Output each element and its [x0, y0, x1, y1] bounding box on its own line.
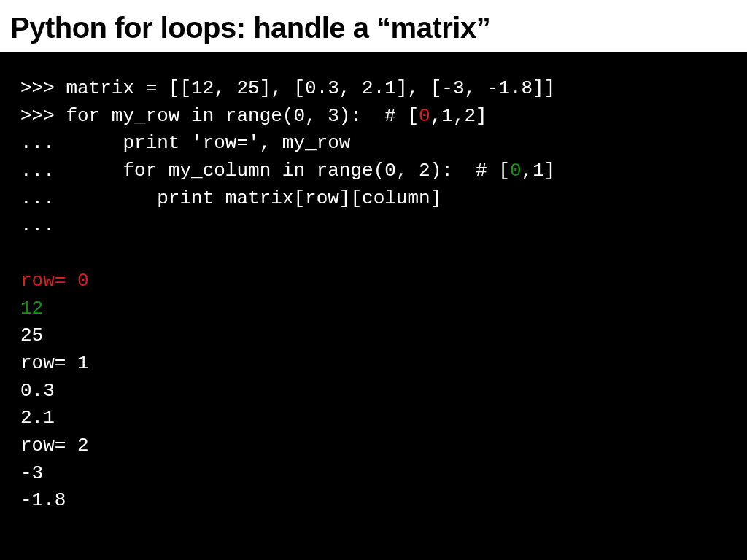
output-line: row= 0	[20, 270, 89, 292]
output-line: -1.8	[20, 489, 66, 511]
code-line: >>> for my_row in range(0, 3): # [0,1,2]	[20, 105, 487, 127]
output-line: 12	[20, 298, 43, 319]
code-line: ... print matrix[row][column]	[20, 187, 441, 209]
output-line: 25	[20, 324, 43, 346]
code-line: ... print 'row=', my_row	[20, 132, 350, 154]
highlight-red: 0	[419, 105, 430, 127]
output-line: 0.3	[20, 380, 55, 402]
code-text: ,1,2]	[430, 105, 487, 127]
output-line: row= 1	[20, 352, 89, 374]
code-text: ... for my_column in range(0, 2): # [	[20, 160, 510, 182]
title-bar: Python for loops: handle a “matrix”	[0, 0, 747, 52]
code-line: ...	[20, 214, 55, 236]
code-text: ,1]	[522, 160, 556, 182]
slide: Python for loops: handle a “matrix” >>> …	[0, 0, 747, 560]
code-text: >>> for my_row in range(0, 3): # [	[20, 105, 419, 127]
code-line: >>> matrix = [[12, 25], [0.3, 2.1], [-3,…	[20, 77, 555, 99]
output-line: row= 2	[20, 435, 89, 456]
code-line: ... for my_column in range(0, 2): # [0,1…	[20, 160, 555, 182]
highlight-green: 0	[510, 160, 522, 182]
code-block: >>> matrix = [[12, 25], [0.3, 2.1], [-3,…	[0, 52, 747, 560]
slide-title: Python for loops: handle a “matrix”	[10, 12, 737, 44]
output-line: -3	[20, 462, 43, 484]
output-line: 2.1	[20, 407, 55, 429]
